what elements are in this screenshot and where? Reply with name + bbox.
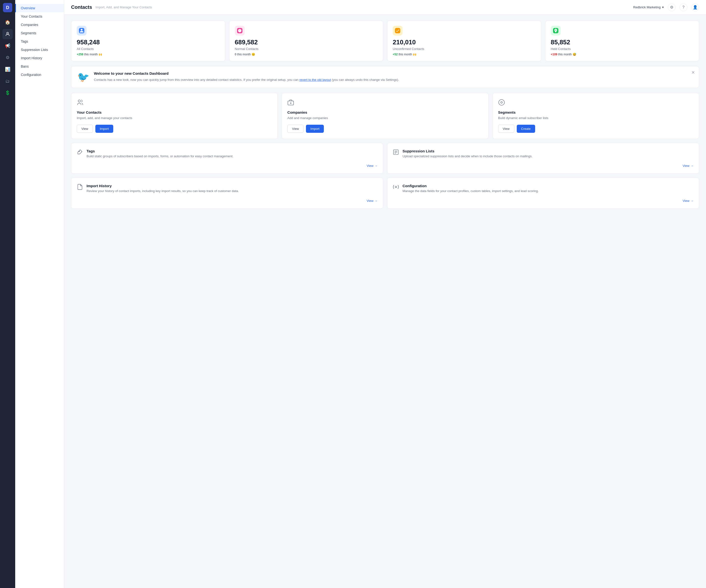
stat-all-contacts: 958,248 All Contacts +259 this month 🙌 bbox=[71, 20, 225, 61]
app-nav: D 🏠 📢 ⚙ 📊 🗂 💲 bbox=[0, 0, 15, 588]
svg-point-2 bbox=[78, 100, 80, 102]
unconfirmed-contacts-icon bbox=[393, 26, 402, 36]
normal-contacts-number: 689,582 bbox=[235, 38, 378, 46]
sidebar-item-suppression-lists[interactable]: Suppression Lists bbox=[15, 46, 64, 54]
held-contacts-label: Held Contacts bbox=[551, 47, 694, 51]
tags-card-title: Tags bbox=[86, 149, 233, 153]
feature-cards-row-1: Your Contacts Import, add, and manage yo… bbox=[71, 93, 699, 139]
stat-held-contacts: 85,852 Held Contacts +109 this month 😅 bbox=[545, 20, 699, 61]
stat-normal-contacts: 689,582 Normal Contacts 0 this month 😐 bbox=[229, 20, 383, 61]
companies-view-button[interactable]: View bbox=[287, 125, 304, 133]
user-icon[interactable]: 👤 bbox=[691, 3, 699, 11]
chevron-down-icon: ▾ bbox=[662, 5, 664, 9]
segments-create-button[interactable]: Create bbox=[517, 125, 535, 133]
unconfirmed-contacts-number: 210,010 bbox=[393, 38, 536, 46]
content-area: 958,248 All Contacts +259 this month 🙌 6… bbox=[64, 15, 706, 588]
nav-home[interactable]: 🏠 bbox=[2, 17, 13, 28]
nav-reports[interactable]: 📊 bbox=[2, 64, 13, 75]
import-history-view-link[interactable]: View → bbox=[77, 199, 378, 203]
nav-campaigns[interactable]: 📢 bbox=[2, 41, 13, 51]
normal-contacts-label: Normal Contacts bbox=[235, 47, 378, 51]
tags-view-link[interactable]: View → bbox=[77, 164, 378, 168]
tags-card-icon bbox=[77, 149, 83, 157]
normal-contacts-change: 0 this month 😐 bbox=[235, 53, 378, 56]
svg-point-12 bbox=[395, 186, 397, 188]
feature-cards-row-2: Tags Build static groups of subscribers … bbox=[71, 143, 699, 174]
sidebar-item-segments[interactable]: Segments bbox=[15, 29, 64, 37]
page-title: Contacts bbox=[71, 4, 92, 10]
all-contacts-number: 958,248 bbox=[77, 38, 220, 46]
import-history-card-icon bbox=[77, 184, 83, 192]
all-contacts-icon bbox=[77, 26, 86, 36]
topbar: Contacts Import, Add, and Manage Your Co… bbox=[64, 0, 706, 15]
welcome-banner-illustration: 🐦 bbox=[77, 71, 89, 83]
unconfirmed-contacts-label: Unconfirmed Contacts bbox=[393, 47, 536, 51]
your-contacts-card-icon bbox=[77, 99, 272, 107]
your-contacts-card-title: Your Contacts bbox=[77, 110, 272, 115]
all-contacts-change: +259 this month 🙌 bbox=[77, 53, 220, 56]
org-selector[interactable]: Redbrick Marketing ▾ bbox=[633, 5, 664, 9]
welcome-banner-body: Contacts has a new look, now you can qui… bbox=[94, 77, 399, 82]
feature-card-tags: Tags Build static groups of subscribers … bbox=[71, 143, 383, 174]
segments-view-button[interactable]: View bbox=[498, 125, 514, 133]
welcome-banner: 🐦 Welcome to your new Contacts Dashboard… bbox=[71, 66, 699, 88]
sidebar-item-your-contacts[interactable]: Your Contacts bbox=[15, 12, 64, 20]
suppression-lists-card-icon bbox=[393, 149, 399, 157]
all-contacts-label: All Contacts bbox=[77, 47, 220, 51]
nav-contacts[interactable] bbox=[2, 29, 13, 39]
welcome-banner-title: Welcome to your new Contacts Dashboard bbox=[94, 71, 399, 76]
configuration-card-desc: Manage the data fields for your contact … bbox=[402, 189, 539, 193]
help-icon[interactable]: ? bbox=[679, 3, 688, 11]
stat-unconfirmed-contacts: 210,010 Unconfirmed Contacts +52 this mo… bbox=[387, 20, 541, 61]
nav-billing[interactable]: 💲 bbox=[2, 88, 13, 98]
stats-row: 958,248 All Contacts +259 this month 🙌 6… bbox=[71, 20, 699, 61]
org-name: Redbrick Marketing bbox=[633, 5, 661, 9]
svg-point-0 bbox=[7, 32, 8, 34]
revert-layout-link[interactable]: revert to the old layout bbox=[299, 78, 331, 82]
nav-automation[interactable]: ⚙ bbox=[2, 52, 13, 63]
companies-card-desc: Add and manage companies bbox=[287, 116, 483, 120]
feature-cards-row-3: Import History Review your history of co… bbox=[71, 178, 699, 209]
your-contacts-card-desc: Import, add, and manage your contacts bbox=[77, 116, 272, 120]
import-history-card-desc: Review your history of contact imports, … bbox=[86, 189, 239, 193]
suppression-lists-view-link[interactable]: View → bbox=[393, 164, 694, 168]
nav-templates[interactable]: 🗂 bbox=[2, 76, 13, 86]
configuration-card-icon bbox=[393, 184, 399, 192]
held-contacts-change: +109 this month 😅 bbox=[551, 53, 694, 56]
configuration-view-link[interactable]: View → bbox=[393, 199, 694, 203]
held-contacts-number: 85,852 bbox=[551, 38, 694, 46]
sidebar-item-tags[interactable]: Tags bbox=[15, 37, 64, 46]
welcome-banner-content: Welcome to your new Contacts Dashboard C… bbox=[94, 71, 399, 82]
sidebar-item-bans[interactable]: Bans bbox=[15, 62, 64, 71]
segments-card-actions: View Create bbox=[498, 125, 694, 133]
companies-import-button[interactable]: Import bbox=[306, 125, 324, 133]
feature-card-your-contacts: Your Contacts Import, add, and manage yo… bbox=[71, 93, 278, 139]
import-history-card-title: Import History bbox=[86, 184, 239, 188]
svg-point-7 bbox=[79, 151, 79, 152]
your-contacts-card-actions: View Import bbox=[77, 125, 272, 133]
feature-card-segments: Segments Build dynamic email subscriber … bbox=[493, 93, 699, 139]
configuration-card-title: Configuration bbox=[402, 184, 539, 188]
feature-card-import-history: Import History Review your history of co… bbox=[71, 178, 383, 209]
held-contacts-icon bbox=[551, 26, 561, 36]
suppression-lists-card-title: Suppression Lists bbox=[402, 149, 533, 153]
settings-icon[interactable]: ⚙ bbox=[668, 3, 676, 11]
close-banner-button[interactable]: ✕ bbox=[691, 70, 695, 75]
app-logo[interactable]: D bbox=[3, 3, 12, 12]
tags-card-desc: Build static groups of subscribers based… bbox=[86, 154, 233, 159]
sidebar-item-overview[interactable]: Overview bbox=[15, 4, 64, 12]
companies-card-icon bbox=[287, 99, 483, 107]
sidebar-item-configuration[interactable]: Configuration bbox=[15, 71, 64, 79]
your-contacts-import-button[interactable]: Import bbox=[95, 125, 113, 133]
your-contacts-view-button[interactable]: View bbox=[77, 125, 93, 133]
page-subtitle: Import, Add, and Manage Your Contacts bbox=[95, 5, 152, 9]
sidebar-item-companies[interactable]: Companies bbox=[15, 20, 64, 29]
feature-card-suppression-lists: Suppression Lists Upload specialized sup… bbox=[387, 143, 699, 174]
main-area: Contacts Import, Add, and Manage Your Co… bbox=[64, 0, 706, 588]
segments-card-desc: Build dynamic email subscriber lists bbox=[498, 116, 694, 120]
segments-card-icon bbox=[498, 99, 694, 107]
normal-contacts-icon bbox=[235, 26, 245, 36]
companies-card-actions: View Import bbox=[287, 125, 483, 133]
sidebar-item-import-history[interactable]: Import History bbox=[15, 54, 64, 62]
sidebar: Overview Your Contacts Companies Segment… bbox=[15, 0, 64, 588]
